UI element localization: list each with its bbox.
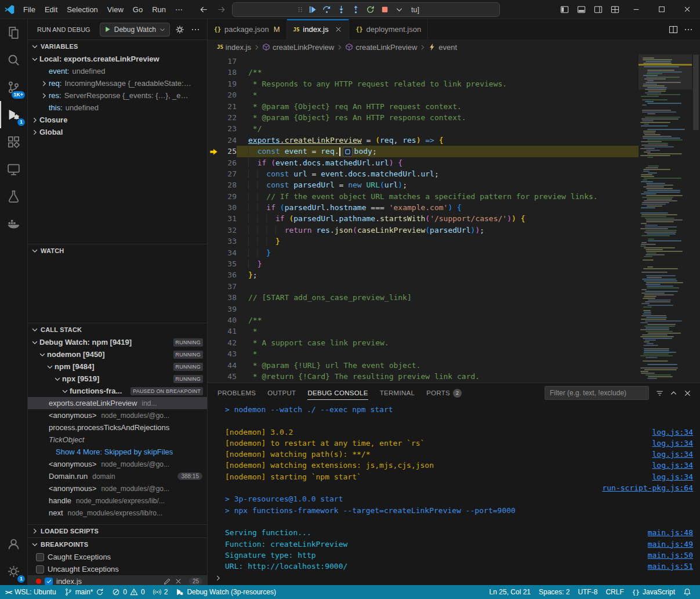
- status-notifications[interactable]: [679, 585, 695, 599]
- line-number[interactable]: 31: [219, 213, 237, 224]
- callstack-frame-row[interactable]: exports.createLinkPreviewind...: [28, 397, 207, 409]
- status-language-mode[interactable]: {}JavaScript: [628, 585, 679, 599]
- customize-layout-icon[interactable]: [607, 0, 623, 19]
- breadcrumb-item[interactable]: createLinkPreview: [345, 43, 417, 52]
- callstack-frame-row[interactable]: <anonymous>node_modules/@go...: [28, 458, 207, 470]
- code-text[interactable]: [237, 56, 639, 67]
- code-text[interactable]: * Responds to any HTTP request related t…: [237, 78, 639, 89]
- line-number[interactable]: 25: [219, 146, 237, 157]
- status-encoding[interactable]: UTF-8: [574, 585, 601, 599]
- status-indentation[interactable]: Spaces: 2: [535, 585, 574, 599]
- line-number[interactable]: 19: [219, 78, 237, 89]
- debug-toolbar-more-icon[interactable]: [393, 3, 405, 16]
- start-debugging-icon[interactable]: [104, 26, 111, 33]
- status-git-branch[interactable]: main*: [60, 585, 108, 599]
- activity-search[interactable]: [0, 46, 27, 74]
- breakpoint-checkbox[interactable]: [36, 553, 44, 561]
- breadcrumb-item[interactable]: createLinkPreview: [262, 43, 334, 52]
- line-number[interactable]: 17: [219, 56, 237, 67]
- code-text[interactable]: }: [237, 236, 639, 247]
- code-text[interactable]: // [START add_ons_case_preview_link]: [237, 292, 639, 303]
- editor-more-actions-icon[interactable]: [684, 25, 693, 34]
- call-stack-header[interactable]: CALL STACK: [28, 323, 207, 336]
- gutter-margin[interactable]: [208, 236, 219, 247]
- line-number[interactable]: 43: [219, 348, 237, 359]
- code-text[interactable]: if (parsedUrl.pathname.startsWith('/supp…: [237, 213, 639, 224]
- maximize-panel-icon[interactable]: [666, 386, 680, 400]
- variables-header[interactable]: VARIABLES: [28, 40, 207, 53]
- debug-console-input[interactable]: [208, 571, 700, 585]
- toggle-panel-icon[interactable]: [573, 0, 590, 19]
- code-text[interactable]: * @param {Object} res An HTTP response c…: [237, 112, 639, 123]
- gutter-margin[interactable]: [208, 78, 219, 89]
- close-window-button[interactable]: [674, 0, 700, 19]
- breakpoints-header[interactable]: BREAKPOINTS: [28, 538, 207, 551]
- callstack-more-row[interactable]: Show 4 More: Skipped by skipFiles: [28, 446, 207, 458]
- tab-deployment.json[interactable]: {}deployment.json: [349, 19, 428, 39]
- go-forward-icon[interactable]: [214, 2, 228, 16]
- code-text[interactable]: const url = event.docs.matchedUrl.url;: [237, 168, 639, 179]
- restart-button[interactable]: [364, 3, 376, 16]
- menu-selection[interactable]: Selection: [62, 0, 102, 19]
- gutter-margin[interactable]: [208, 168, 219, 179]
- line-number[interactable]: 39: [219, 304, 237, 315]
- source-link[interactable]: log.js:34: [652, 460, 693, 471]
- code-text[interactable]: * @param {!URL} url The event object.: [237, 360, 639, 371]
- source-link[interactable]: log.js:34: [652, 427, 693, 438]
- split-editor-icon[interactable]: [669, 25, 678, 34]
- line-number[interactable]: 38: [219, 292, 237, 303]
- code-text[interactable]: /**: [237, 315, 639, 326]
- callstack-session-row[interactable]: Debug Watch: npm [9419]RUNNING: [28, 336, 207, 348]
- debug-gear-icon[interactable]: [174, 24, 186, 35]
- line-number[interactable]: 30: [219, 202, 237, 213]
- menu-run[interactable]: Run: [147, 0, 171, 19]
- status-debug-status[interactable]: Debug Watch (3p-resources): [172, 585, 280, 599]
- gutter-margin[interactable]: [208, 101, 219, 112]
- callstack-session-row[interactable]: npm [9484]RUNNING: [28, 360, 207, 373]
- remove-breakpoint-icon[interactable]: [175, 578, 182, 585]
- gutter-margin[interactable]: [208, 123, 219, 134]
- step-out-button[interactable]: [350, 3, 362, 16]
- breakpoint-checkbox[interactable]: [45, 578, 53, 586]
- code-text[interactable]: * @param {Object} req An HTTP request co…: [237, 101, 639, 112]
- line-number[interactable]: 32: [219, 225, 237, 236]
- source-link[interactable]: log.js:34: [652, 438, 693, 449]
- source-link[interactable]: run-script-pkg.js:64: [602, 482, 693, 493]
- code-editor[interactable]: 1718/**19 * Responds to any HTTP request…: [208, 55, 700, 383]
- code-text[interactable]: *: [237, 89, 639, 100]
- callstack-session-row[interactable]: npx [9519]RUNNING: [28, 373, 207, 385]
- close-tab-icon[interactable]: [335, 26, 342, 33]
- continue-button[interactable]: [306, 3, 318, 16]
- gutter-margin[interactable]: [208, 247, 219, 258]
- status-eol[interactable]: CRLF: [601, 585, 628, 599]
- line-number[interactable]: 22: [219, 112, 237, 123]
- line-number[interactable]: 29: [219, 191, 237, 202]
- scrollbar-thumb[interactable]: [693, 55, 699, 130]
- callstack-frame-row[interactable]: Domain.rundomain388:15: [28, 470, 207, 482]
- activity-accounts[interactable]: [0, 531, 27, 558]
- toggle-secondary-sidebar-icon[interactable]: [590, 0, 607, 19]
- watch-header[interactable]: WATCH: [28, 244, 207, 257]
- gutter-margin[interactable]: [208, 225, 219, 236]
- debug-config-picker[interactable]: Debug Watch: [100, 23, 170, 37]
- gutter-margin[interactable]: [208, 348, 219, 359]
- line-number[interactable]: 24: [219, 135, 237, 146]
- code-text[interactable]: if (event.docs.matchedUrl.url) {: [237, 157, 639, 168]
- toggle-sidebar-icon[interactable]: [556, 0, 573, 19]
- gutter-margin[interactable]: [208, 202, 219, 213]
- close-panel-icon[interactable]: [680, 386, 694, 400]
- status-cursor-position[interactable]: Ln 25, Col 21: [485, 585, 535, 599]
- activity-testing[interactable]: [0, 183, 27, 210]
- menu-go[interactable]: Go: [128, 0, 147, 19]
- editor-scrollbar[interactable]: [692, 55, 700, 383]
- breakpoint-row[interactable]: Caught Exceptions: [28, 551, 207, 563]
- variables-row[interactable]: Closure: [28, 114, 207, 126]
- variables-row[interactable]: Local: exports.createLinkPreview: [28, 53, 207, 65]
- variables-row[interactable]: Global: [28, 126, 207, 138]
- line-number[interactable]: 28: [219, 179, 237, 190]
- minimap[interactable]: [639, 55, 692, 383]
- code-text[interactable]: /**: [237, 67, 639, 78]
- menu-edit[interactable]: Edit: [40, 0, 62, 19]
- code-text[interactable]: // If the event object URL matches a spe…: [237, 191, 639, 202]
- breakpoint-row[interactable]: index.js25: [28, 575, 207, 585]
